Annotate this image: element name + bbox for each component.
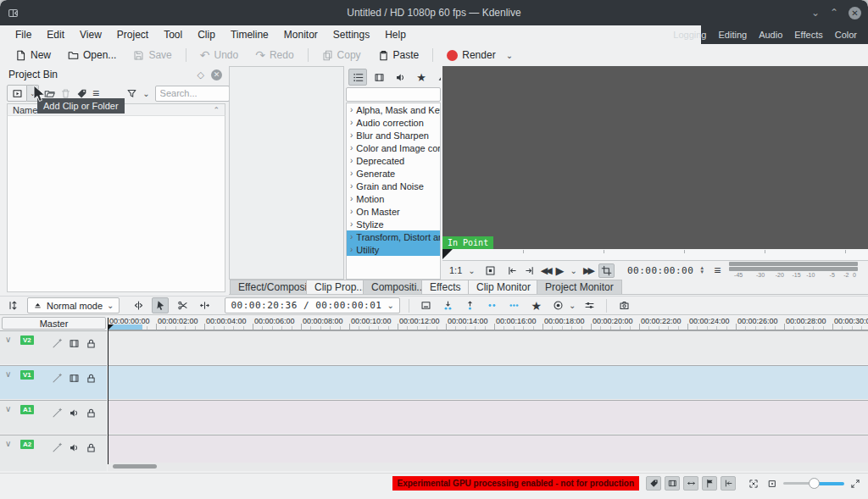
- favorite-effects-menu-button[interactable]: ★: [528, 297, 545, 313]
- lock-icon[interactable]: [86, 405, 97, 420]
- timeline-zoom-slider[interactable]: [783, 476, 844, 491]
- monitor-config-button[interactable]: [485, 265, 496, 276]
- expand-icon[interactable]: ›: [350, 194, 353, 203]
- menu-timeline[interactable]: Timeline: [224, 27, 275, 42]
- chevron-down-icon[interactable]: ∨: [5, 404, 11, 413]
- track-badge[interactable]: A2: [20, 440, 34, 449]
- fx-category[interactable]: ›Motion: [347, 192, 440, 205]
- track-badge[interactable]: V1: [20, 370, 34, 380]
- workspace-logging[interactable]: Logging: [669, 28, 710, 42]
- zoom-ratio-dropdown-icon[interactable]: ⌄: [468, 266, 475, 275]
- monitor-seek-bar[interactable]: [442, 249, 868, 261]
- show-audio-thumbnails-button[interactable]: [683, 476, 698, 491]
- title-bar[interactable]: Untitled / HD 1080p 60 fps — Kdenlive ⌄ …: [0, 0, 868, 25]
- set-out-point-button[interactable]: [524, 265, 535, 276]
- show-all-effects-button[interactable]: [348, 69, 367, 86]
- audio-track-icon[interactable]: [69, 440, 80, 455]
- fx-category[interactable]: ›Deprecated: [347, 154, 440, 167]
- render-dropdown-icon[interactable]: ⌄: [506, 51, 513, 60]
- monitor-timecode[interactable]: 00:00:00:00: [627, 265, 693, 276]
- fx-category[interactable]: ›Audio correction: [347, 116, 440, 129]
- new-button[interactable]: New: [8, 47, 58, 64]
- filter-dropdown-icon[interactable]: ⌄: [142, 89, 149, 98]
- expand-icon[interactable]: ›: [350, 118, 353, 127]
- zoom-fit-button[interactable]: [746, 476, 761, 491]
- workspace-editing[interactable]: Editing: [714, 28, 751, 42]
- selection-tool-button[interactable]: [152, 297, 169, 313]
- use-zone-button[interactable]: [418, 297, 435, 313]
- track-header-v2[interactable]: ∨ V2: [0, 330, 107, 364]
- zoom-in-button[interactable]: [848, 476, 863, 491]
- workspace-effects[interactable]: Effects: [790, 28, 826, 42]
- zoom-ratio-label[interactable]: 1:1: [449, 265, 462, 275]
- audio-effects-button[interactable]: [391, 69, 409, 86]
- play-dropdown-icon[interactable]: ⌄: [570, 266, 577, 275]
- transitions-button[interactable]: [433, 69, 441, 86]
- fx-category-selected[interactable]: ›Utility: [347, 243, 440, 256]
- record-button[interactable]: [550, 297, 567, 313]
- menu-settings[interactable]: Settings: [326, 27, 376, 42]
- expand-icon[interactable]: ›: [350, 105, 353, 114]
- workspace-color[interactable]: Color: [831, 28, 861, 42]
- track-effects-icon[interactable]: [52, 440, 63, 455]
- track-header-a2[interactable]: ∨ A2: [0, 435, 107, 465]
- expand-icon[interactable]: ›: [350, 232, 353, 241]
- filter-button[interactable]: [126, 88, 137, 99]
- project-bin-list[interactable]: [7, 116, 225, 292]
- master-track-button[interactable]: Master: [2, 317, 106, 330]
- chevron-down-icon[interactable]: ∨: [5, 439, 11, 448]
- record-dropdown-icon[interactable]: ⌄: [569, 301, 576, 310]
- slider-handle[interactable]: [809, 478, 820, 489]
- lock-icon[interactable]: [86, 440, 97, 455]
- expand-icon[interactable]: ›: [350, 169, 353, 178]
- spacer-tool-button[interactable]: [196, 297, 213, 313]
- snap-button[interactable]: [702, 476, 717, 491]
- tab-project-monitor[interactable]: Project Monitor: [537, 280, 622, 294]
- fx-category[interactable]: ›Color and Image correc: [347, 141, 440, 154]
- screen-grab-button[interactable]: [615, 297, 632, 313]
- play-button[interactable]: ▶: [556, 264, 565, 277]
- clip-monitor-video[interactable]: In Point: [442, 66, 868, 249]
- video-effects-button[interactable]: [370, 69, 388, 86]
- track-effects-icon[interactable]: [52, 370, 63, 385]
- mixer-button[interactable]: [581, 297, 598, 313]
- tab-effects[interactable]: Effects: [421, 280, 469, 294]
- fx-category[interactable]: ›Alpha, Mask and Keying: [347, 103, 440, 116]
- track-effects-icon[interactable]: [52, 405, 63, 420]
- show-markers-button[interactable]: [646, 476, 661, 491]
- timeline-hscroll-handle[interactable]: [113, 464, 157, 469]
- track-height-button[interactable]: [5, 297, 22, 313]
- close-panel-icon[interactable]: ✕: [211, 69, 222, 80]
- lock-icon[interactable]: [86, 370, 97, 385]
- set-in-point-button[interactable]: [507, 265, 518, 276]
- timeline-playhead[interactable]: [108, 318, 108, 464]
- rewind-button[interactable]: ◀◀: [541, 265, 550, 276]
- lock-icon[interactable]: [86, 335, 97, 351]
- video-track-icon[interactable]: [69, 370, 80, 385]
- chevron-down-icon[interactable]: ∨: [5, 335, 11, 344]
- track-header-a1[interactable]: ∨ A1: [0, 400, 107, 434]
- fx-category[interactable]: ›Stylize: [347, 218, 440, 230]
- menu-clip[interactable]: Clip: [191, 27, 222, 42]
- video-track-icon[interactable]: [69, 335, 80, 351]
- copy-button[interactable]: Copy: [315, 47, 368, 64]
- track-badge[interactable]: A1: [20, 405, 34, 414]
- lift-zone-button[interactable]: [462, 297, 479, 313]
- extract-zone-button[interactable]: [506, 297, 523, 313]
- overwrite-zone-button[interactable]: [484, 297, 501, 313]
- menu-monitor[interactable]: Monitor: [277, 27, 325, 42]
- float-panel-icon[interactable]: ◇: [198, 69, 204, 80]
- menu-help[interactable]: Help: [378, 27, 413, 42]
- maximize-icon[interactable]: ⌃: [830, 8, 838, 18]
- fx-category[interactable]: ›Blur and Sharpen: [347, 129, 440, 141]
- insert-zone-button[interactable]: [440, 297, 457, 313]
- timecode-spinner[interactable]: ▲▼: [699, 266, 704, 274]
- fast-forward-button[interactable]: ▶▶: [583, 265, 593, 276]
- timeline-timecode[interactable]: 00:00:20:36 / 00:00:00:01 ⌄: [225, 297, 399, 313]
- effects-search-input[interactable]: [346, 87, 441, 102]
- paste-button[interactable]: Paste: [371, 47, 426, 64]
- tags-button[interactable]: [76, 88, 87, 99]
- fx-category[interactable]: ›Generate: [347, 167, 440, 180]
- expand-icon[interactable]: ›: [350, 181, 353, 191]
- save-button[interactable]: Save: [126, 47, 178, 64]
